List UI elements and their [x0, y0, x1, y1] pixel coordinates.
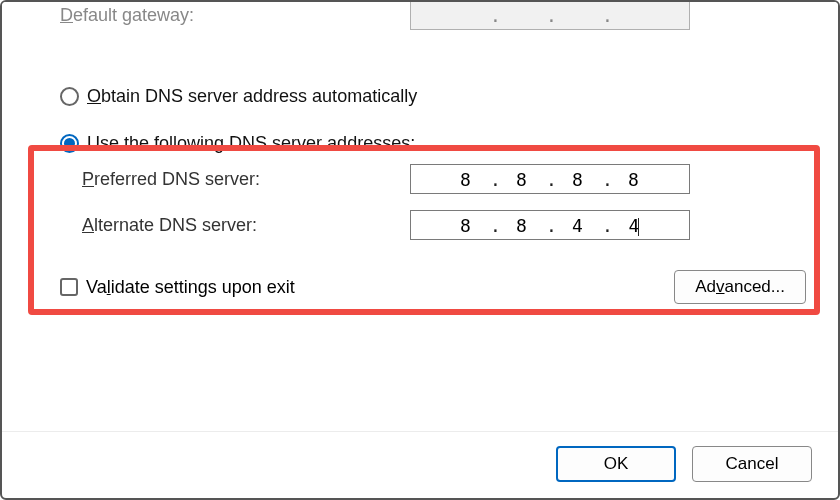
dns-auto-label: Obtain DNS server address automatically [87, 86, 417, 107]
cancel-button[interactable]: Cancel [692, 446, 812, 482]
default-gateway-input: . . . [410, 0, 690, 30]
dns-auto-radio[interactable]: Obtain DNS server address automatically [22, 72, 818, 113]
ok-button[interactable]: OK [556, 446, 676, 482]
dns-manual-radio[interactable]: Use the following DNS server addresses: [22, 113, 818, 160]
radio-icon [60, 87, 79, 106]
radio-icon-checked [60, 134, 79, 153]
preferred-dns-label: Preferred DNS server: [82, 169, 400, 190]
validate-label: Validate settings upon exit [86, 277, 295, 298]
alternate-dns-input[interactable]: 8 . 8 . 4 . 4 [410, 210, 690, 240]
dns-manual-label: Use the following DNS server addresses: [87, 133, 415, 154]
validate-checkbox[interactable] [60, 278, 78, 296]
default-gateway-label: Default gateway: [60, 5, 400, 26]
alternate-dns-label: Alternate DNS server: [82, 215, 400, 236]
advanced-button[interactable]: Advanced... [674, 270, 806, 304]
preferred-dns-input[interactable]: 8 . 8 . 8 . 8 [410, 164, 690, 194]
